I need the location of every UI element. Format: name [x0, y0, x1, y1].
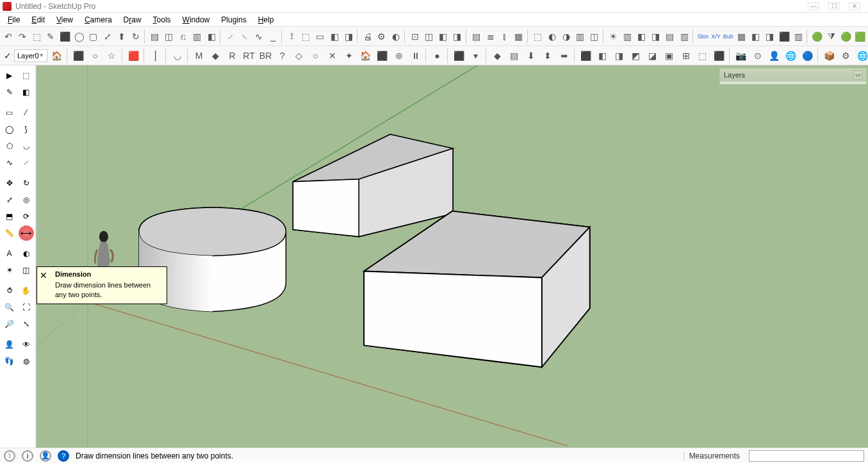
toolbar1-btn-40[interactable]: ▦ [512, 28, 526, 45]
status-credits-icon[interactable]: i [22, 450, 33, 462]
toolbar1-btn-29[interactable]: ⚙ [375, 28, 389, 45]
toolbar2-btn-8[interactable]: ⎮ [147, 47, 164, 64]
toolbar2-btn-42[interactable]: ◪ [644, 47, 661, 64]
toolbar1-btn-45[interactable]: ▥ [573, 28, 587, 45]
tool-walk[interactable]: 👣 [2, 353, 17, 369]
status-help-icon[interactable]: ? [58, 450, 69, 462]
toolbar1-btn-38[interactable]: ≣ [484, 28, 498, 45]
toolbar2-btn-18[interactable]: ◇ [291, 47, 307, 64]
toolbar2-btn-36[interactable]: ⬌ [556, 47, 573, 64]
menu-camera[interactable]: Camera [79, 14, 117, 26]
toolbar2-btn-3[interactable]: ○ [87, 47, 104, 64]
toolbar1-btn-44[interactable]: ◑ [559, 28, 573, 45]
toolbar2-btn-21[interactable]: ✦ [341, 47, 357, 64]
menu-file[interactable]: File [3, 14, 25, 26]
toolbar1-btn-39[interactable]: ⫿ [498, 28, 512, 45]
toolbar1-btn-30[interactable]: ◐ [389, 28, 403, 45]
menu-draw[interactable]: Draw [119, 14, 147, 26]
status-signin-icon[interactable]: 👤 [40, 450, 51, 462]
toolbar1-btn-37[interactable]: ▤ [469, 28, 483, 45]
toolbar2-btn-13[interactable]: ◆ [208, 47, 224, 64]
tool-circle[interactable]: ◯ [2, 122, 17, 137]
toolbar1-label-x/y[interactable]: X/Y [710, 33, 722, 40]
toolbar1-btn-43[interactable]: ◐ [545, 28, 559, 45]
tool-bezier[interactable]: ⟋ [19, 155, 34, 170]
toolbar2-btn-23[interactable]: ⬛ [374, 47, 391, 64]
toolbar1-btn-51[interactable]: ◨ [649, 28, 663, 45]
tool-pushpull[interactable]: ⬒ [2, 209, 17, 224]
toolbar1-btn-20[interactable]: ⎯ [266, 28, 280, 45]
minimize-button[interactable]: — [808, 3, 819, 10]
tool-rotate[interactable]: ↻ [19, 175, 34, 191]
tool-move[interactable]: ✥ [2, 175, 17, 191]
tool-text[interactable]: A [2, 246, 17, 261]
toolbar1-btn-22[interactable]: ⟟ [285, 28, 299, 45]
toolbar2-btn-56[interactable]: 🌐 [855, 47, 868, 64]
toolbar1-btn-11[interactable]: ▤ [148, 28, 162, 45]
toolbar2-btn-29[interactable]: ⬛ [451, 47, 468, 64]
toolbar1-btn-23[interactable]: ⬚ [299, 28, 313, 45]
toolbar2-btn-4[interactable]: ☆ [104, 47, 120, 64]
toolbar2-btn-10[interactable]: ◡ [169, 47, 186, 64]
toolbar1-btn-13[interactable]: ⎌ [176, 28, 190, 45]
toolbar1-btn-48[interactable]: ☀ [607, 28, 621, 45]
toolbar1-btn-25[interactable]: ◧ [327, 28, 341, 45]
toolbar1-btn-64[interactable]: 🟩 [853, 28, 867, 45]
toolbar2-btn-41[interactable]: ◩ [628, 47, 644, 64]
toolbar1-btn-5[interactable]: ◯ [72, 28, 86, 45]
toolbar2-btn-44[interactable]: ⊞ [678, 47, 694, 64]
tool-curve[interactable]: ⟆ [19, 122, 34, 137]
tool-next[interactable]: ⤡ [19, 316, 34, 332]
toolbar1-btn-32[interactable]: ⊡ [408, 28, 422, 45]
toolbar1-btn-6[interactable]: ▢ [86, 28, 101, 45]
toolbar1-btn-61[interactable]: 🟢 [810, 28, 824, 45]
tool-protractor[interactable]: ◐ [19, 246, 34, 261]
tool-tape[interactable]: 📏 [2, 225, 17, 241]
toolbar1-btn-0[interactable]: ↶ [1, 28, 15, 45]
toolbar1-btn-42[interactable]: ⬚ [530, 28, 545, 45]
toolbar2-btn-52[interactable]: 🔵 [799, 47, 816, 64]
toolbar1-btn-34[interactable]: ◧ [436, 28, 450, 45]
tool-pan[interactable]: ✋ [19, 283, 34, 298]
tool-followme[interactable]: ⟳ [19, 209, 34, 224]
status-geo-icon[interactable]: ⟟ [4, 450, 15, 462]
toolbar2-btn-38[interactable]: ⬛ [578, 47, 594, 64]
toolbar1-btn-63[interactable]: 🟢 [839, 28, 853, 45]
tool-bucket[interactable]: ⬚ [19, 68, 34, 83]
toolbar2-btn-0[interactable]: 🏠 [49, 47, 65, 64]
menu-edit[interactable]: Edit [26, 14, 50, 26]
toolbar1-label-bub[interactable]: Bub [722, 33, 735, 40]
toolbar2-btn-16[interactable]: BR [258, 47, 274, 64]
tool-position[interactable]: 👤 [2, 337, 17, 352]
close-button[interactable]: ✕ [849, 3, 860, 10]
tool-arc[interactable]: ◡ [19, 138, 34, 154]
tool-polygon[interactable]: ⬠ [2, 138, 17, 154]
menu-window[interactable]: Window [177, 14, 215, 26]
maximize-button[interactable]: ☐ [828, 3, 840, 10]
layers-panel[interactable]: Layers ▭ [719, 68, 867, 85]
toolbar2-btn-17[interactable]: ? [274, 47, 291, 64]
toolbar1-btn-3[interactable]: ✎ [44, 28, 58, 45]
toolbar2-btn-32[interactable]: ◆ [489, 47, 506, 64]
toolbar1-btn-50[interactable]: ◧ [635, 28, 649, 45]
toolbar2-btn-27[interactable]: ● [429, 47, 446, 64]
tool-section[interactable]: ◫ [19, 263, 34, 278]
tool-look[interactable]: 👁 [19, 337, 34, 352]
toolbar1-btn-28[interactable]: 🖨 [361, 28, 375, 45]
toolbar2-btn-33[interactable]: ▤ [506, 47, 523, 64]
toolbar1-btn-8[interactable]: ⬆ [115, 28, 129, 45]
toolbar1-btn-17[interactable]: ⟋ [224, 28, 238, 45]
toolbar2-btn-49[interactable]: ⊙ [749, 47, 766, 64]
toolbar2-btn-50[interactable]: 👤 [766, 47, 783, 64]
toolbar1-btn-14[interactable]: ▥ [190, 28, 204, 45]
toolbar1-btn-53[interactable]: ▥ [677, 28, 691, 45]
tool-prev[interactable]: 🔎 [2, 316, 17, 332]
toolbar2-btn-15[interactable]: RT [241, 47, 258, 64]
toolbar1-btn-56[interactable]: ◧ [749, 28, 763, 45]
toolbar2-btn-39[interactable]: ◧ [594, 47, 611, 64]
toolbar2-btn-30[interactable]: ▾ [468, 47, 484, 64]
toolbar2-btn-12[interactable]: M [191, 47, 208, 64]
toolbar2-btn-14[interactable]: R [224, 47, 241, 64]
tool-offset[interactable]: ◎ [19, 192, 34, 207]
tool-zoom[interactable]: 🔍 [2, 300, 17, 315]
